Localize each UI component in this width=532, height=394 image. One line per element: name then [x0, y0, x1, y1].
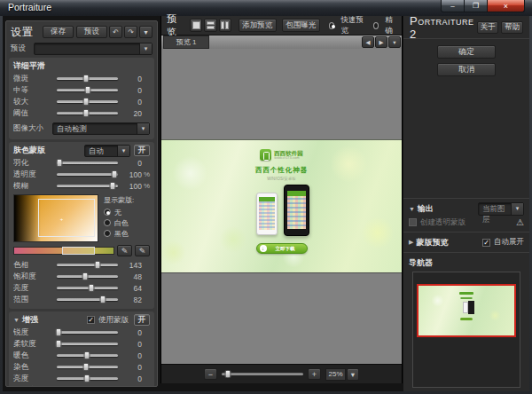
- slider-thumb[interactable]: [84, 86, 90, 94]
- add-preview-button[interactable]: 添加预览: [239, 19, 277, 32]
- transparent-mask-checkbox[interactable]: [409, 218, 417, 226]
- slider-thumb[interactable]: [83, 75, 90, 83]
- slider-track[interactable]: [57, 89, 118, 91]
- more-dropdown-icon[interactable]: ▾: [139, 26, 153, 38]
- slider-track[interactable]: [57, 77, 118, 80]
- collapse-arrow-icon[interactable]: ▼: [409, 206, 415, 212]
- zoom-slider-thumb[interactable]: [225, 370, 231, 378]
- mask-none-option[interactable]: 无: [104, 207, 150, 217]
- eyedropper-subtract-icon[interactable]: ✎: [135, 245, 150, 256]
- radio-icon[interactable]: [104, 230, 111, 237]
- collapse-arrow-icon[interactable]: ▼: [13, 317, 20, 323]
- mask-black-option[interactable]: 黑色: [104, 228, 150, 239]
- slider-thumb[interactable]: [83, 363, 90, 371]
- use-mask-checkbox[interactable]: ✓: [87, 316, 95, 324]
- ok-button[interactable]: 确定: [437, 45, 496, 59]
- bracket-exposure-button[interactable]: 包围曝光: [282, 19, 320, 32]
- close-button[interactable]: ×: [488, 0, 525, 12]
- zoom-out-button[interactable]: −: [204, 368, 217, 380]
- tab-prev-icon[interactable]: ◀: [362, 36, 374, 48]
- radio-icon[interactable]: [104, 219, 111, 226]
- slider-track[interactable]: [57, 377, 118, 380]
- color-selection-rect[interactable]: [38, 199, 95, 238]
- slider-thumb[interactable]: [94, 261, 100, 269]
- image-size-dropdown[interactable]: 自动检测 ▾: [52, 122, 150, 135]
- skin-mask-mode-dropdown[interactable]: 自动 ▾: [84, 145, 130, 157]
- navigator-thumbnail[interactable]: [417, 284, 516, 337]
- preset-combobox[interactable]: ▾: [34, 43, 153, 55]
- preview-canvas[interactable]: 西西软件园 www.cr173.com 西西个性化神器 WIN/IOS/安卓版 …: [161, 49, 402, 364]
- slider-thumb[interactable]: [89, 284, 95, 292]
- about-button[interactable]: 关于: [477, 21, 499, 34]
- hue-selection-window[interactable]: [62, 247, 95, 255]
- auto-expand-checkbox[interactable]: ✓: [482, 239, 490, 247]
- enhance-toggle-button[interactable]: 开: [134, 314, 150, 326]
- slider-thumb[interactable]: [100, 296, 106, 303]
- radio-icon[interactable]: [104, 209, 111, 216]
- slider-label: 较大: [13, 97, 52, 107]
- slider-thumb[interactable]: [83, 386, 90, 388]
- slider-thumb[interactable]: [56, 328, 62, 336]
- chevron-down-icon[interactable]: ▾: [137, 123, 149, 134]
- view-split-vertical-button[interactable]: [219, 19, 231, 32]
- slider-thumb[interactable]: [83, 98, 90, 106]
- chevron-down-icon[interactable]: ▾: [139, 43, 152, 54]
- slider-track[interactable]: [57, 331, 118, 334]
- zoom-in-button[interactable]: +: [308, 368, 321, 380]
- slider-track[interactable]: [57, 354, 118, 357]
- help-button[interactable]: 帮助: [501, 21, 523, 34]
- slider-track[interactable]: [57, 287, 118, 289]
- zoom-slider-track[interactable]: [222, 373, 303, 375]
- eyedropper-add-icon[interactable]: ✎: [117, 245, 132, 256]
- slider-thumb[interactable]: [111, 170, 117, 178]
- slider-thumb[interactable]: [83, 374, 90, 382]
- slider-value: 0: [122, 98, 142, 106]
- expand-arrow-icon[interactable]: ▶: [409, 239, 413, 246]
- undo-icon[interactable]: ↶: [109, 26, 122, 38]
- tab-preview-1[interactable]: 预览 1: [163, 35, 209, 49]
- slider-track[interactable]: [57, 100, 118, 103]
- radio-icon[interactable]: [373, 22, 379, 29]
- slider-thumb[interactable]: [56, 340, 62, 348]
- save-button[interactable]: 保存: [43, 26, 74, 38]
- chevron-down-icon[interactable]: ▾: [117, 146, 129, 156]
- tab-next-icon[interactable]: ▶: [375, 36, 387, 48]
- slider-thumb[interactable]: [56, 159, 62, 167]
- slider-track[interactable]: [57, 366, 118, 368]
- slider-track[interactable]: [57, 343, 118, 345]
- slider-thumb[interactable]: [83, 351, 90, 359]
- output-target-dropdown[interactable]: 当前图层 ▾: [478, 202, 524, 216]
- thumb-logo: [459, 292, 473, 295]
- slider-track[interactable]: [57, 298, 118, 301]
- slider-track[interactable]: [57, 185, 118, 187]
- fast-preview-option[interactable]: 快速预览: [329, 15, 364, 36]
- slider-track[interactable]: [57, 162, 118, 164]
- preview-image[interactable]: 西西软件园 www.cr173.com 西西个性化神器 WIN/IOS/安卓版 …: [161, 139, 402, 273]
- slider-thumb[interactable]: [83, 109, 90, 117]
- slider-track[interactable]: [57, 275, 118, 278]
- navigator-box[interactable]: [412, 272, 520, 388]
- zoom-level-dropdown[interactable]: 25% ▾: [325, 368, 359, 381]
- view-split-horizontal-button[interactable]: [204, 19, 216, 32]
- skin-mask-toggle-button[interactable]: 开: [134, 145, 150, 156]
- view-single-button[interactable]: [190, 19, 202, 32]
- slider-thumb[interactable]: [82, 272, 89, 280]
- mask-white-option[interactable]: 白色: [104, 217, 150, 228]
- minimize-button[interactable]: –: [441, 0, 465, 12]
- precise-option[interactable]: 精确: [373, 15, 396, 36]
- slider-thumb[interactable]: [110, 182, 116, 190]
- slider-track[interactable]: [57, 173, 118, 176]
- slider-track[interactable]: [57, 264, 118, 266]
- chevron-down-icon[interactable]: ▾: [511, 203, 523, 215]
- hue-strip[interactable]: [13, 247, 114, 255]
- tab-list-icon[interactable]: ▾: [388, 36, 401, 48]
- redo-icon[interactable]: ↷: [124, 26, 137, 38]
- saturation-brightness-box[interactable]: +: [13, 194, 98, 242]
- output-header: ▼ 输出 当前图层 ▾: [409, 201, 524, 216]
- chevron-down-icon[interactable]: ▾: [347, 368, 359, 381]
- radio-icon[interactable]: [329, 22, 335, 29]
- cancel-button[interactable]: 取消: [437, 63, 496, 76]
- presets-button[interactable]: 预设: [76, 26, 107, 38]
- maximize-button[interactable]: ❐: [465, 0, 488, 12]
- slider-track[interactable]: [57, 112, 118, 114]
